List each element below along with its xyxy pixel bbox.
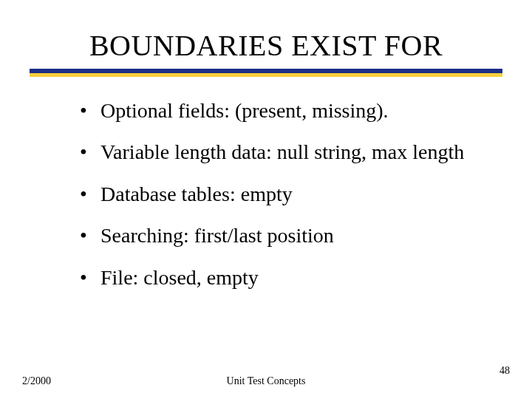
bullet-text: File: closed, empty (100, 265, 488, 291)
bullet-text: Variable length data: null string, max l… (100, 139, 488, 166)
slide: BOUNDARIES EXIST FOR • Optional fields: … (0, 0, 532, 399)
list-item: • Optional fields: (present, missing). (80, 98, 488, 124)
bullet-icon: • (80, 265, 100, 291)
slide-footer: 2/2000 Unit Test Concepts 48 (0, 365, 532, 387)
bullet-icon: • (80, 181, 100, 208)
bullet-text: Optional fields: (present, missing). (100, 98, 488, 124)
list-item: • Variable length data: null string, max… (80, 139, 488, 166)
footer-title: Unit Test Concepts (227, 375, 306, 387)
bullet-icon: • (80, 222, 100, 249)
list-item: • File: closed, empty (80, 265, 488, 291)
footer-page-number: 48 (499, 365, 510, 377)
list-item: • Database tables: empty (80, 181, 488, 208)
bullet-icon: • (80, 139, 100, 166)
footer-date: 2/2000 (22, 375, 51, 387)
bullet-icon: • (80, 98, 100, 124)
bullet-text: Database tables: empty (100, 181, 488, 208)
bullet-text: Searching: first/last position (100, 222, 488, 249)
title-divider (30, 69, 502, 77)
list-item: • Searching: first/last position (80, 222, 488, 249)
slide-content: • Optional fields: (present, missing). •… (0, 77, 532, 291)
slide-title: BOUNDARIES EXIST FOR (0, 28, 532, 63)
